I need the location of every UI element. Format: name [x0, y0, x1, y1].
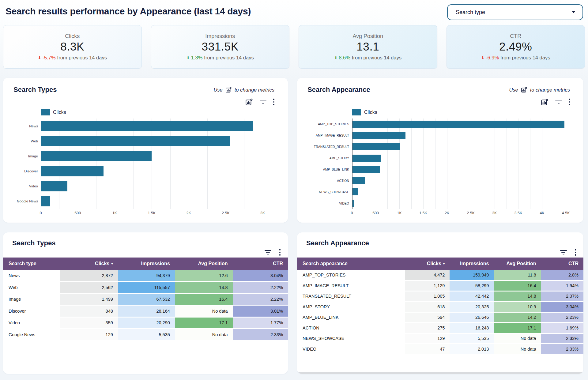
axis-tick-label: 0 [40, 211, 42, 215]
chart-card-head: Search Appearance Use to change metrics [307, 85, 573, 95]
legend-label: Clicks [364, 110, 377, 115]
metrics-hint: Use to change metrics [213, 87, 277, 93]
table-row[interactable]: AMP_STORY61820,32510.93.04% [297, 302, 583, 312]
axis-tick-label: 4K [540, 211, 544, 215]
value-axis-row: 05001K1.5K2K2.5K3K3.5K4K4.5K [307, 209, 573, 217]
axis-tick-label: 4.5K [562, 211, 570, 215]
table-head: Search Types [3, 232, 288, 247]
cell-search-type: News [3, 270, 60, 282]
filter-icon[interactable] [265, 250, 271, 255]
bar-AMP_BLUE_LINK[interactable] [352, 166, 380, 173]
table-row[interactable]: AMP_BLUE_LINK59426,64614.22.23% [297, 312, 583, 323]
bar-row [352, 155, 573, 162]
table-row[interactable]: Web2,562115,55714.82.22% [3, 282, 288, 294]
column-header-impressions[interactable]: Impressions [450, 258, 494, 270]
cell-clicks: 1,129 [405, 280, 450, 291]
search-appearance-table-card: Search Appearance Search appearanceClick… [297, 232, 583, 374]
bar-Google News[interactable] [41, 196, 50, 206]
kebab-menu-icon[interactable] [575, 249, 576, 256]
cell-search-type: Discover [3, 305, 60, 317]
kpi-value: 2.49% [499, 40, 532, 53]
category-label: AMP_STORY [307, 156, 352, 160]
value-axis-row: 05001K1.5K2K2.5K3K [13, 209, 277, 217]
column-header-ctr[interactable]: CTR [233, 258, 288, 270]
bar-ACTION[interactable] [352, 177, 365, 184]
delta-suffix: from previous 14 days [57, 55, 107, 61]
table-row[interactable]: Google News1295,535No data2.33% [3, 329, 288, 341]
kpi-value: 13.1 [356, 40, 379, 53]
cell-ctr: 2.33% [541, 344, 583, 355]
table-row[interactable]: News2,87294,37912.63.04% [3, 270, 288, 282]
cell-avg-position: No data [494, 344, 541, 355]
axis-tick-label: 500 [74, 211, 81, 215]
bar-TRANSLATED_RESULT[interactable] [352, 143, 400, 150]
cell-ctr: 3.04% [233, 270, 288, 282]
cell-impressions: 159,949 [450, 270, 494, 280]
axis-tick-label: 500 [372, 211, 379, 215]
column-header-clicks[interactable]: Clicks▾ [60, 258, 118, 270]
kpi-row: Clicks 8.3K ⬇-5.7%from previous 14 days … [3, 25, 585, 69]
optional-metrics-icon[interactable] [541, 98, 548, 106]
column-header-search-type[interactable]: Search type [3, 258, 60, 270]
bar-row [352, 188, 573, 195]
cell-search-appearance: NEWS_SHOWCASE [297, 333, 405, 344]
chart-with-gear-icon [521, 87, 527, 93]
bar-AMP_STORY[interactable] [352, 155, 381, 162]
cell-search-type: Video [3, 317, 60, 329]
filter-icon[interactable] [260, 100, 266, 104]
table-row[interactable]: VIDEO472,013No data2.33% [297, 344, 583, 355]
legend-label: Clicks [53, 110, 66, 115]
table-row[interactable]: Discover84828,164No data3.01% [3, 305, 288, 317]
bar-AMP_IMAGE_RESULT[interactable] [352, 132, 405, 139]
bar-AMP_TOP_STORIES[interactable] [352, 121, 564, 128]
table-row[interactable]: AMP_IMAGE_RESULT1,12958,29916.41.94% [297, 280, 583, 291]
column-header-ctr[interactable]: CTR [541, 258, 583, 270]
horizontal-scrollbar[interactable] [297, 372, 583, 374]
kebab-menu-icon[interactable] [279, 249, 281, 256]
category-label: NEWS_SHOWCASE [307, 190, 352, 194]
kebab-menu-icon[interactable] [569, 99, 570, 105]
table-row[interactable]: ACTION27516,24817.11.69% [297, 323, 583, 333]
search-appearance-table: Search appearanceClicks▾ImpressionsAvg P… [297, 258, 583, 355]
chart-toolbar [13, 98, 277, 106]
column-header-search-appearance[interactable]: Search appearance [297, 258, 405, 270]
delta-percent: 8.6% [339, 55, 350, 61]
column-header-impressions[interactable]: Impressions [118, 258, 175, 270]
zero-axis-line [41, 119, 41, 209]
bar-Web[interactable] [41, 136, 230, 146]
cell-search-appearance: TRANSLATED_RESULT [297, 291, 405, 302]
cell-search-appearance: VIDEO [297, 344, 405, 355]
bar-Video[interactable] [41, 181, 67, 191]
kpi-card-clicks: Clicks 8.3K ⬇-5.7%from previous 14 days [3, 25, 142, 69]
column-header-avg-position[interactable]: Avg Position [494, 258, 541, 270]
table-row[interactable]: Video35920,29017.11.77% [3, 317, 288, 329]
cell-ctr: 3.01% [233, 305, 288, 317]
filter-icon[interactable] [560, 250, 567, 255]
table-row[interactable]: TRANSLATED_RESULT1,00542,44214.82.37% [297, 291, 583, 302]
dashboard-page: Search results performance by Appearance… [0, 0, 588, 374]
search-types-chart-card: Search Types Use to change metrics Click… [3, 78, 288, 223]
cell-ctr: 2.22% [233, 282, 288, 294]
cell-impressions: 26,646 [450, 312, 494, 323]
kebab-menu-icon[interactable] [273, 99, 275, 105]
search-type-dropdown[interactable]: Search type [447, 4, 583, 20]
optional-metrics-icon[interactable] [245, 98, 253, 106]
column-header-clicks[interactable]: Clicks▾ [405, 258, 450, 270]
category-label: ACTION [307, 179, 352, 182]
table-row[interactable]: AMP_TOP_STORIES4,472159,94911.82.8% [297, 270, 583, 280]
category-label: News [13, 124, 41, 128]
bar-NEWS_SHOWCASE[interactable] [352, 188, 358, 195]
table-row[interactable]: Image1,49967,53216.42.22% [3, 293, 288, 305]
bar-Image[interactable] [41, 151, 152, 161]
bar-Discover[interactable] [41, 166, 104, 176]
cell-impressions: 5,535 [118, 329, 175, 341]
cell-clicks: 618 [405, 302, 450, 312]
kpi-delta: ⬇-5.7%from previous 14 days [38, 55, 107, 61]
delta-suffix: from previous 14 days [204, 55, 254, 61]
bar-News[interactable] [41, 121, 253, 131]
table-row[interactable]: NEWS_SHOWCASE1295,535No data2.33% [297, 333, 583, 344]
column-header-avg-position[interactable]: Avg Position [175, 258, 233, 270]
cell-clicks: 129 [60, 329, 118, 341]
filter-icon[interactable] [555, 100, 562, 104]
hint-prefix: Use [509, 87, 518, 93]
